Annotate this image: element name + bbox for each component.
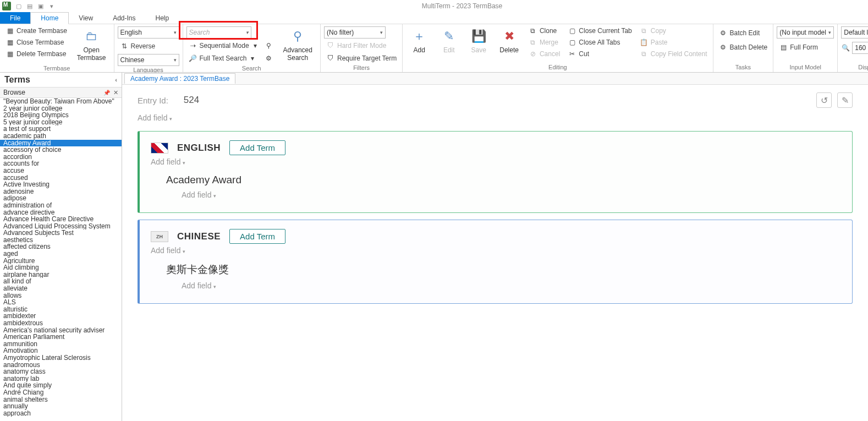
add-english-term-button[interactable]: Add Term: [229, 140, 285, 155]
qat-new-icon[interactable]: ▢: [14, 2, 23, 10]
term-list-item[interactable]: accuse: [0, 167, 122, 174]
term-list-item[interactable]: anatomy lab: [0, 375, 122, 382]
term-list-item[interactable]: ambidexter: [0, 313, 122, 320]
delete-entry-button[interactable]: ✖Delete: [495, 25, 523, 56]
tab-view[interactable]: View: [69, 12, 103, 24]
term-list-item[interactable]: aged: [0, 250, 122, 258]
open-termbase-button[interactable]: 🗀 Open Termbase: [73, 25, 111, 64]
term-list-item[interactable]: airplane hangar: [0, 271, 122, 278]
full-form-button[interactable]: ▤Full Form: [777, 42, 834, 53]
advanced-search-button[interactable]: ⚲ Advanced Search: [279, 25, 317, 64]
clone-button[interactable]: ⧉Clone: [526, 25, 562, 36]
add-field-entry[interactable]: Add field▾: [138, 111, 868, 124]
term-list-item[interactable]: adipose: [0, 195, 122, 202]
term-list-item[interactable]: 2 year junior college: [0, 105, 122, 112]
add-field-chinese-term[interactable]: Add field▾: [182, 279, 841, 292]
term-list-item[interactable]: affected citizens: [0, 243, 122, 250]
tab-file[interactable]: File: [0, 12, 30, 24]
term-list-item[interactable]: aesthetics: [0, 237, 122, 244]
sequential-mode-button[interactable]: ⇢Sequential Mode▾: [186, 40, 259, 51]
term-list-item[interactable]: Amotivation: [0, 347, 122, 354]
term-list[interactable]: "Beyond Beauty: Taiwan From Above"2 year…: [0, 98, 122, 421]
term-list-item[interactable]: allows: [0, 292, 122, 299]
term-list-item[interactable]: America's national security adviser: [0, 327, 122, 334]
term-list-item[interactable]: alleviate: [0, 285, 122, 292]
term-list-item[interactable]: ammunition: [0, 341, 122, 348]
term-list-item[interactable]: "Beyond Beauty: Taiwan From Above": [0, 98, 122, 105]
reverse-languages-button[interactable]: ⇅Reverse: [118, 41, 179, 52]
search-settings-button[interactable]: ⚙: [262, 53, 276, 64]
save-button[interactable]: 💾Save: [465, 25, 492, 56]
zoom-combo[interactable]: 160▾: [852, 42, 868, 54]
term-list-item[interactable]: Advanced Subjects Test: [0, 229, 122, 237]
term-list-item[interactable]: Agriculture: [0, 258, 122, 265]
batch-edit-button[interactable]: ⚙Batch Edit: [717, 28, 770, 39]
entry-tab[interactable]: Academy Award : 2023 TermBase: [124, 73, 235, 84]
term-list-item[interactable]: Aid climbing: [0, 264, 122, 271]
term-list-item[interactable]: approach: [0, 410, 122, 417]
cut-button[interactable]: ✂Cut: [565, 48, 634, 59]
term-list-item[interactable]: academic path: [0, 133, 122, 140]
cancel-button[interactable]: ⊘Cancel: [526, 48, 562, 59]
source-language-combo[interactable]: English▾: [118, 26, 179, 39]
tab-addins[interactable]: Add-Ins: [103, 12, 145, 24]
qat-dropdown-icon[interactable]: ▾: [47, 2, 56, 10]
tab-help[interactable]: Help: [146, 12, 179, 24]
term-list-item[interactable]: anatomy class: [0, 368, 122, 375]
hard-filter-button[interactable]: ⛉Hard Filter Mode: [324, 40, 399, 51]
term-list-item[interactable]: all kind of: [0, 278, 122, 285]
term-list-item[interactable]: ambidextrous: [0, 320, 122, 327]
qat-save-icon[interactable]: ▤: [25, 2, 34, 10]
search-input[interactable]: Search▾: [186, 26, 251, 39]
batch-delete-button[interactable]: ⚙Batch Delete: [717, 42, 770, 53]
term-list-item[interactable]: adenosine: [0, 188, 122, 195]
term-list-item[interactable]: André Chiang: [0, 389, 122, 396]
paste-button[interactable]: 📋Paste: [638, 37, 710, 48]
term-list-item[interactable]: Advanced Liquid Processing System: [0, 223, 122, 230]
term-list-item[interactable]: administration of: [0, 202, 122, 209]
term-list-item[interactable]: accused: [0, 174, 122, 182]
edit-entry-button[interactable]: ✎: [837, 92, 853, 108]
term-list-item[interactable]: alturistic: [0, 306, 122, 313]
term-list-item[interactable]: Amyotrophic Lateral Sclerosis: [0, 354, 122, 362]
edit-button[interactable]: ✎Edit: [436, 25, 462, 56]
add-field-english[interactable]: Add field▾: [151, 155, 841, 168]
term-list-item[interactable]: 2018 Beijing Olympics: [0, 112, 122, 119]
term-list-item[interactable]: advance directive: [0, 209, 122, 216]
history-button[interactable]: ↺: [816, 92, 832, 108]
term-list-item[interactable]: American Parliament: [0, 333, 122, 341]
term-list-item[interactable]: 5 year junior college: [0, 119, 122, 126]
target-language-combo[interactable]: Chinese▾: [118, 54, 179, 66]
term-list-item[interactable]: Academy Award: [0, 140, 122, 147]
pin-icon[interactable]: 📌: [103, 90, 110, 96]
copy-field-button[interactable]: ⧉Copy Field Content: [638, 48, 710, 59]
filter-combo[interactable]: (No filter)▾: [324, 26, 386, 39]
merge-button[interactable]: ⧉Merge: [526, 37, 562, 48]
term-list-item[interactable]: annually: [0, 403, 122, 410]
term-list-item[interactable]: accordion: [0, 154, 122, 161]
term-list-item[interactable]: Active Investing: [0, 181, 122, 188]
term-list-item[interactable]: anadromous: [0, 362, 122, 369]
copy-button[interactable]: ⧉Copy: [638, 25, 710, 36]
term-list-item[interactable]: accessory of choice: [0, 146, 122, 154]
delete-termbase-button[interactable]: ▦Delete Termbase: [3, 48, 69, 59]
term-list-item[interactable]: Advance Health Care Directive: [0, 216, 122, 223]
input-model-combo[interactable]: (No input model▾: [777, 26, 834, 39]
add-field-chinese[interactable]: Add field▾: [151, 244, 841, 257]
create-termbase-button[interactable]: ▦Create Termbase: [3, 25, 69, 36]
layout-combo[interactable]: Default layout▾: [841, 26, 868, 39]
add-button[interactable]: ＋Add: [406, 25, 432, 56]
close-termbase-button[interactable]: ▦Close Termbase: [3, 37, 69, 48]
fulltext-search-button[interactable]: 🔎Full Text Search▾: [186, 53, 259, 64]
search-exec-button[interactable]: ⚲: [262, 40, 276, 51]
add-field-english-term[interactable]: Add field▾: [182, 188, 841, 201]
collapse-panel-icon[interactable]: ‹: [115, 76, 117, 83]
require-target-button[interactable]: ⛉Require Target Term: [324, 53, 399, 64]
term-list-item[interactable]: animal shelters: [0, 396, 122, 403]
add-chinese-term-button[interactable]: Add Term: [229, 229, 285, 244]
close-panel-icon[interactable]: ✕: [113, 89, 118, 96]
tab-home[interactable]: Home: [30, 12, 69, 24]
term-list-item[interactable]: ALS: [0, 299, 122, 306]
term-list-item[interactable]: a test of support: [0, 125, 122, 133]
close-all-tabs-button[interactable]: ▢Close All Tabs: [565, 37, 634, 48]
